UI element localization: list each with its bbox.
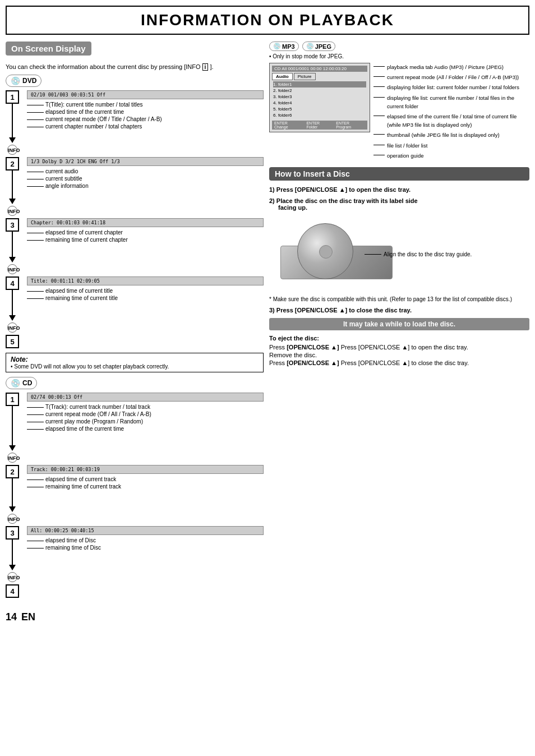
dvd-step3-ann2: remaining time of current chapter: [27, 237, 264, 243]
caption-line-h: [365, 254, 381, 255]
cd-step3-screen: All: 00:00:25 00:40:15: [27, 526, 264, 535]
cd-step4-num: 4: [6, 584, 19, 598]
how-to-header: How to Insert a Disc: [269, 167, 529, 181]
mp3-tab-picture: Picture: [294, 73, 316, 80]
cd-info-btn-3: INFO: [7, 572, 17, 582]
cd-step2-ann2: remaining time of current track: [27, 483, 264, 490]
eject-step1: Press [OPEN/CLOSE ▲] Press [OPEN/CLOSE ▲…: [269, 344, 529, 351]
mp3-file-1: 1. folder1: [273, 81, 366, 87]
page: INFORMATION ON PLAYBACK On Screen Displa…: [0, 0, 535, 756]
dvd-disc-icon: 💿: [11, 76, 20, 85]
dvd-note-box: Note: • Some DVD will not allow you to s…: [6, 353, 264, 372]
cd-step1-screen: 02/74 00:00:13 Off: [27, 393, 264, 402]
cd-step1-ann4: elapsed time of the current time: [27, 426, 264, 432]
how-to-section: How to Insert a Disc 1) Press [OPEN/CLOS…: [269, 167, 529, 366]
mp3-file-2: 2. folder2: [273, 87, 366, 94]
cd-step2: 2 INFO Track: 00:00:21 00:03:19 elaps: [6, 465, 264, 524]
dvd-step1-num: 1: [6, 90, 19, 104]
dvd-step1-ann4: current chapter number / total chapters: [27, 123, 264, 130]
dvd-step2-ann2: current subtitle: [27, 176, 264, 182]
info-btn-1: INFO: [7, 145, 17, 155]
page-footer: 14 EN: [6, 611, 529, 623]
disc-shape: [297, 223, 353, 279]
cd-info-btn-1: INFO: [7, 453, 17, 463]
cd-step1-ann3: current play mode (Program / Random): [27, 418, 264, 425]
mp3-file-list: 1. folder1 2. folder2 3. folder3 4. fold…: [272, 80, 367, 119]
mp3-ann6: thumbnail (while JPEG file list is displ…: [373, 131, 529, 139]
mp3-screen-tabs: Audio Picture: [272, 73, 367, 80]
how-step2: 2) Place the disc on the disc tray with …: [269, 197, 529, 211]
dvd-step2-ann3: angle information: [27, 183, 264, 189]
cd-step2-screen: Track: 00:00:21 00:03:19: [27, 465, 264, 474]
cd-osd-group: 1 INFO 02/74 00:00:13 Off T(Track): c: [6, 393, 264, 598]
info-button-icon: i: [202, 63, 209, 71]
dvd-step3-ann1: elapsed time of current chapter: [27, 229, 264, 236]
note-title: Note:: [11, 356, 259, 363]
mp3-ann7: file list / folder list: [373, 141, 529, 150]
mp3-ann2: current repeat mode (All / Folder / File…: [373, 73, 529, 81]
jpeg-badge: 💿 JPEG: [302, 42, 335, 51]
right-column: 💿 MP3 💿 JPEG • Only in stop mode for JPE…: [269, 42, 529, 602]
eject-step3: Press [OPEN/CLOSE ▲] Press [OPEN/CLOSE ▲…: [269, 359, 529, 366]
loading-notice: It may take a while to load the disc.: [269, 318, 529, 330]
page-title: INFORMATION ON PLAYBACK: [6, 6, 529, 35]
cd-step3-ann1: elapsed time of Disc: [27, 537, 264, 543]
compat-note: * Make sure the disc is compatible with …: [269, 296, 529, 302]
left-column: On Screen Display You can check the info…: [6, 42, 264, 602]
info-btn-2: INFO: [7, 206, 17, 216]
cd-info-btn-2: INFO: [7, 514, 17, 524]
cd-label: 💿 CD: [6, 377, 37, 389]
dvd-step4-num: 4: [6, 276, 19, 290]
page-lang: EN: [21, 611, 35, 623]
mp3-ann8: operation guide: [373, 151, 529, 160]
mp3-file-4: 4. folder4: [273, 100, 366, 106]
dvd-step2-num: 2: [6, 157, 19, 170]
dvd-step4-ann1: elapsed time of current title: [27, 288, 264, 294]
dvd-step2-ann1: current audio: [27, 168, 264, 174]
dvd-step3: 3 INFO Chapter: 00:01:03 00:41:18 ela: [6, 218, 264, 274]
cd-step1-ann1: T(Track): current track number / total t…: [27, 404, 264, 410]
dvd-step1-ann1: T(Title): current title number / total t…: [27, 102, 264, 108]
mp3-disc-icon: 💿: [273, 43, 281, 50]
dvd-step4-ann2: remaining time of current title: [27, 295, 264, 301]
mp3-jpeg-header: 💿 MP3 💿 JPEG: [269, 42, 529, 51]
cd-disc-icon: 💿: [11, 379, 20, 388]
mp3-ann5: elapsed time of the current file / total…: [373, 112, 529, 129]
info-btn-4: INFO: [7, 322, 17, 333]
dvd-step2-screen: 1/3 Dolby D 3/2 1CH ENG Off 1/3: [27, 157, 264, 166]
dvd-step5-num: 5: [6, 335, 19, 348]
mp3-annotations: playback media tab Audio (MP3) / Picture…: [373, 63, 529, 162]
osd-section-header: On Screen Display: [6, 42, 91, 56]
disc-caption-text: Align the disc to the disc tray guide.: [384, 251, 472, 257]
stop-mode-note: • Only in stop mode for JPEG.: [269, 53, 529, 59]
cd-step2-num: 2: [6, 465, 19, 478]
cd-step1-ann2: current repeat mode (Off / All / Track /…: [27, 411, 264, 417]
how-step3: 3) Press [OPEN/CLOSE ▲] to close the dis…: [269, 307, 529, 314]
mp3-tab-audio: Audio: [272, 73, 293, 80]
mp3-screen: CD All 0001/0001 00:00 12:00:03:20 Audio…: [269, 63, 370, 132]
mp3-file-3: 3. folder3: [273, 94, 366, 100]
dvd-osd-group: 1 INFO 02/10 001/003 00:03:51 Off T(: [6, 90, 264, 348]
cd-step4: 4: [6, 584, 264, 598]
dvd-step1-ann3: current repeat mode (Off / Title / Chapt…: [27, 116, 264, 122]
how-to-steps: 1) Press [OPEN/CLOSE ▲] to open the disc…: [269, 186, 529, 366]
dvd-step5: 5: [6, 335, 264, 348]
mp3-ann3: displaying folder list: current folder n…: [373, 83, 529, 91]
dvd-step3-screen: Chapter: 00:01:03 00:41:18: [27, 218, 264, 227]
dvd-step3-num: 3: [6, 218, 19, 232]
osd-intro: You can check the information about the …: [6, 63, 264, 70]
cd-step3: 3 INFO All: 00:00:25 00:40:15 elapsed: [6, 526, 264, 582]
jpeg-disc-icon: 💿: [306, 43, 314, 50]
note-text: • Some DVD will not allow you to set cha…: [11, 363, 259, 370]
cd-step1: 1 INFO 02/74 00:00:13 Off T(Track): c: [6, 393, 264, 463]
mp3-ann4: displaying file list: current file numbe…: [373, 94, 529, 110]
disc-caption-line: Align the disc to the disc tray guide.: [365, 251, 472, 257]
dvd-step4: 4 INFO Title: 00:01:11 02:09:05 elaps: [6, 276, 264, 333]
disc-center-hole: [319, 245, 333, 259]
mp3-screen-section: CD All 0001/0001 00:00 12:00:03:20 Audio…: [269, 63, 529, 162]
dvd-step4-screen: Title: 00:01:11 02:09:05: [27, 276, 264, 285]
mp3-bottom-bar: ENTER Change ENTER Folder ENTER Program: [272, 121, 367, 130]
how-step1: 1) Press [OPEN/CLOSE ▲] to open the disc…: [269, 186, 529, 193]
page-number: 14: [6, 611, 17, 623]
disc-illustration: Align the disc to the disc tray guide.: [280, 218, 529, 291]
